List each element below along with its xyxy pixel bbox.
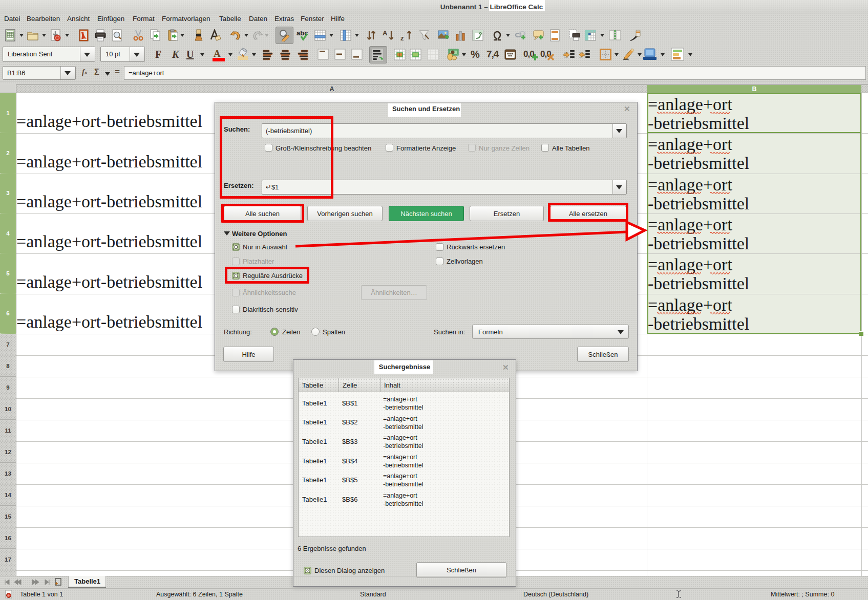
svg-text:z: z: [400, 34, 404, 41]
svg-text:A: A: [383, 29, 388, 37]
